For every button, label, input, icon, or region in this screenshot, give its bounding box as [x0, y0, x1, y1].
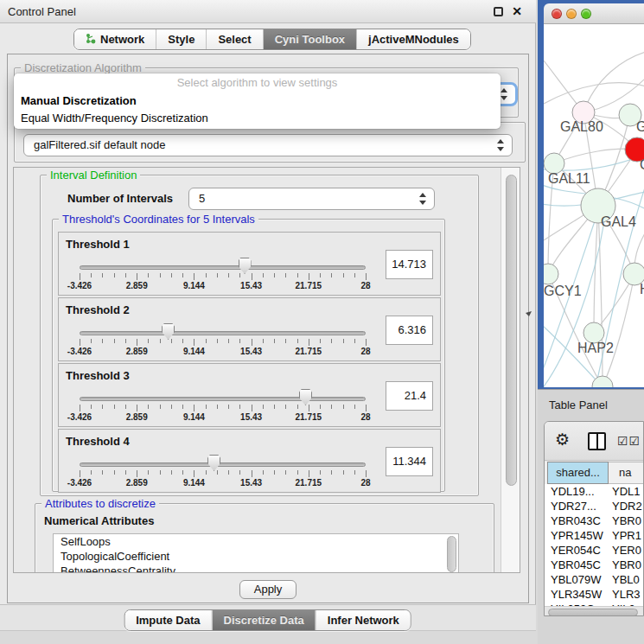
table-cell-name: YDR2	[612, 499, 642, 513]
slider-tick	[354, 273, 355, 277]
table-row[interactable]: YPR145W YPR1	[545, 528, 644, 543]
right-column: GAL80GACGAL11GAL4GCY1HHAP2 Table Panel ⚙…	[538, 0, 644, 644]
slider-tick	[160, 339, 161, 343]
minimize-traffic-light[interactable]	[566, 9, 577, 19]
threshold-slider-thumb[interactable]	[207, 455, 220, 471]
float-window-icon[interactable]	[494, 7, 503, 16]
tab-select[interactable]: Select	[206, 29, 262, 49]
slider-tick	[285, 339, 286, 343]
threshold-value-field[interactable]: 14.713	[386, 250, 433, 279]
slider-tick	[217, 339, 218, 343]
network-canvas[interactable]: GAL80GACGAL11GAL4GCY1HHAP2	[544, 24, 644, 387]
threshold-panel: Threshold 1 -3.4262.8599.14415.4321.7152…	[58, 232, 441, 296]
tab-label: Network	[100, 33, 144, 46]
table-cell-shared-name: YPR145W	[551, 528, 603, 543]
slider-tick	[366, 470, 367, 477]
bottom-tab-bar: Impute Data Discretize Data Infer Networ…	[124, 609, 411, 631]
slider-tick	[125, 273, 126, 277]
threshold-panel: Threshold 2 -3.4262.8599.14415.4321.7152…	[58, 297, 441, 361]
table-row[interactable]: YDR27... YDR2	[545, 499, 644, 513]
column-header-shared-name[interactable]: shared...	[547, 462, 609, 484]
threshold-slider-thumb[interactable]	[299, 389, 312, 405]
bottom-tab-discretize-data[interactable]: Discretize Data	[212, 610, 316, 630]
table-panel-header: Table Panel	[538, 389, 644, 420]
attribute-list-item[interactable]: TopologicalCoefficient	[54, 549, 458, 564]
slider-tick	[354, 339, 355, 343]
slider-tick	[228, 339, 229, 343]
attributes-group-title: Attributes to discretize	[41, 497, 159, 510]
threshold-value-field[interactable]: 21.4	[386, 381, 433, 411]
network-node[interactable]	[592, 376, 613, 387]
slider-tick	[297, 339, 298, 343]
table-hscrollbar-track[interactable]	[545, 606, 644, 616]
gear-icon[interactable]: ⚙	[555, 430, 570, 450]
threshold-label: Threshold 3	[66, 369, 130, 382]
slider-tick	[274, 405, 275, 409]
node-label: GA	[636, 119, 644, 134]
threshold-slider-track[interactable]	[80, 397, 366, 401]
network-icon	[86, 33, 96, 47]
close-window-icon[interactable]: ✕	[512, 4, 522, 18]
slider-tick	[239, 339, 240, 343]
table-row[interactable]: YBR045C YBR0	[545, 558, 644, 572]
table-row[interactable]: YBR043C YBR0	[545, 513, 644, 528]
threshold-slider-track[interactable]	[80, 462, 366, 467]
slider-tick	[320, 405, 321, 409]
slider-tick	[194, 405, 194, 411]
slider-tick-label: 9.144	[183, 478, 205, 488]
tab-label: Cyni Toolbox	[275, 33, 345, 46]
threshold-slider-track[interactable]	[80, 331, 366, 335]
threshold-slider-thumb[interactable]	[162, 323, 175, 340]
tab-network[interactable]: Network	[74, 29, 156, 49]
number-of-intervals-combobox[interactable]: 5	[188, 188, 435, 210]
column-header-name[interactable]: na	[609, 462, 644, 484]
slider-tick	[80, 339, 80, 346]
threshold-label: Threshold 2	[66, 303, 130, 316]
attributes-list-scrollbar[interactable]	[447, 536, 456, 572]
attribute-list-item[interactable]: SelfLoops	[54, 534, 458, 549]
tab-cyni-toolbox[interactable]: Cyni Toolbox	[263, 29, 356, 49]
dropdown-item[interactable]: Equal Width/Frequency Discretization	[14, 110, 501, 127]
threshold-value-field[interactable]: 11.344	[386, 447, 433, 476]
threshold-value-field[interactable]: 6.316	[386, 316, 433, 345]
tab-jactivemnodules[interactable]: jActiveMNodules	[356, 29, 470, 49]
zoom-traffic-light[interactable]	[581, 9, 591, 19]
tab-label: Infer Network	[328, 614, 399, 627]
threshold-slider-track[interactable]	[80, 265, 366, 270]
tab-label: Select	[218, 33, 251, 46]
table-row[interactable]: YBL079W YBL0	[545, 572, 644, 587]
table-row[interactable]: YER054C YER0	[545, 543, 644, 558]
threshold-panel: Threshold 3 -3.4262.8599.14415.4321.7152…	[58, 363, 441, 427]
table-cell-shared-name: YBR045C	[551, 558, 601, 572]
table-row[interactable]: YDL19... YDL1	[545, 484, 644, 499]
slider-tick	[343, 470, 344, 475]
slider-tick	[91, 273, 92, 277]
tab-style[interactable]: Style	[156, 29, 206, 49]
dropdown-item[interactable]: Manual Discretization	[14, 92, 501, 110]
slider-tick-label: 2.859	[126, 412, 148, 422]
threshold-label: Threshold 4	[66, 435, 130, 448]
table-hscrollbar-thumb[interactable]	[548, 609, 638, 616]
slider-tick	[102, 405, 103, 409]
apply-button[interactable]: Apply	[239, 580, 296, 599]
table-data-combobox[interactable]: galFiltered.sif default node	[23, 134, 513, 156]
panel-scrollbar-track[interactable]	[501, 168, 520, 573]
slider-tick	[228, 405, 229, 409]
panel-scrollbar-thumb[interactable]	[506, 175, 517, 486]
slider-tick	[80, 405, 80, 411]
select-columns-icon[interactable]: ☑☑	[617, 434, 641, 448]
slider-tick	[171, 339, 172, 343]
network-node-gcy1[interactable]	[544, 264, 558, 284]
table-row[interactable]: YLR345W YLR3	[545, 587, 644, 602]
threshold-slider-thumb[interactable]	[239, 258, 252, 274]
slider-tick	[228, 470, 229, 475]
attribute-list-item[interactable]: BetweennessCentrality	[54, 564, 458, 573]
bottom-tab-infer-network[interactable]: Infer Network	[316, 610, 411, 630]
table-cell-shared-name: YBR043C	[551, 513, 601, 528]
slider-tick-label: 28	[360, 478, 370, 488]
slider-tick	[102, 339, 103, 343]
columns-icon[interactable]	[588, 432, 606, 450]
combo-stepper-icon	[500, 88, 507, 100]
bottom-tab-impute-data[interactable]: Impute Data	[124, 610, 211, 630]
close-traffic-light[interactable]	[552, 9, 562, 19]
